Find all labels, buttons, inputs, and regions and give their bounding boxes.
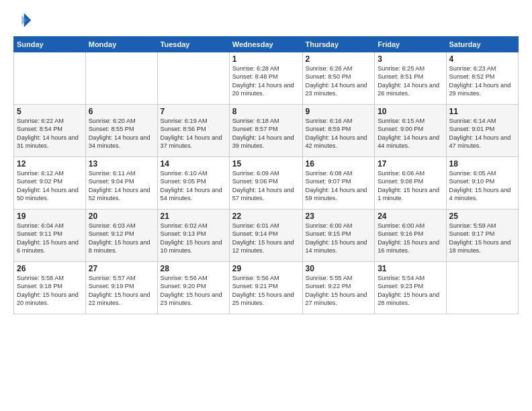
weekday-header-sunday: Sunday	[14, 37, 86, 52]
calendar-cell: 4Sunrise: 6:23 AM Sunset: 8:52 PM Daylig…	[446, 52, 519, 105]
day-number: 3	[378, 54, 443, 64]
calendar-cell: 14Sunrise: 6:10 AM Sunset: 9:05 PM Dayli…	[157, 157, 229, 210]
day-number: 22	[232, 212, 300, 221]
calendar-cell: 3Sunrise: 6:25 AM Sunset: 8:51 PM Daylig…	[375, 52, 446, 105]
day-number: 24	[378, 212, 443, 221]
day-number: 12	[17, 159, 83, 169]
day-info: Sunrise: 6:00 AM Sunset: 9:16 PM Dayligh…	[378, 222, 443, 255]
calendar-cell: 21Sunrise: 6:02 AM Sunset: 9:13 PM Dayli…	[157, 210, 229, 262]
day-info: Sunrise: 6:23 AM Sunset: 8:52 PM Dayligh…	[449, 64, 516, 98]
calendar-cell: 9Sunrise: 6:16 AM Sunset: 8:59 PM Daylig…	[302, 105, 375, 157]
day-info: Sunrise: 6:06 AM Sunset: 9:08 PM Dayligh…	[378, 169, 443, 203]
calendar-cell: 29Sunrise: 5:56 AM Sunset: 9:21 PM Dayli…	[229, 262, 302, 314]
day-info: Sunrise: 6:18 AM Sunset: 8:57 PM Dayligh…	[232, 117, 300, 150]
calendar: SundayMondayTuesdayWednesdayThursdayFrid…	[13, 36, 519, 314]
day-number: 6	[89, 107, 154, 116]
weekday-header-saturday: Saturday	[446, 37, 519, 52]
week-row-4: 26Sunrise: 5:58 AM Sunset: 9:18 PM Dayli…	[14, 262, 519, 314]
day-info: Sunrise: 6:14 AM Sunset: 9:01 PM Dayligh…	[449, 117, 516, 150]
day-info: Sunrise: 6:03 AM Sunset: 9:12 PM Dayligh…	[89, 222, 154, 255]
day-info: Sunrise: 6:28 AM Sunset: 8:48 PM Dayligh…	[232, 64, 300, 98]
day-number: 30	[306, 264, 372, 273]
day-info: Sunrise: 5:56 AM Sunset: 9:20 PM Dayligh…	[161, 274, 226, 308]
calendar-cell: 22Sunrise: 6:01 AM Sunset: 9:14 PM Dayli…	[229, 210, 302, 262]
day-number: 11	[449, 107, 516, 116]
day-number: 31	[378, 264, 443, 273]
day-info: Sunrise: 6:04 AM Sunset: 9:11 PM Dayligh…	[17, 222, 83, 255]
day-number: 16	[306, 159, 372, 169]
day-number: 28	[161, 264, 226, 273]
day-number: 26	[17, 264, 83, 273]
calendar-cell: 10Sunrise: 6:15 AM Sunset: 9:00 PM Dayli…	[375, 105, 446, 157]
weekday-header-friday: Friday	[375, 37, 446, 52]
day-info: Sunrise: 5:54 AM Sunset: 9:23 PM Dayligh…	[378, 274, 443, 308]
calendar-cell	[446, 262, 519, 314]
day-number: 13	[89, 159, 154, 169]
calendar-cell: 20Sunrise: 6:03 AM Sunset: 9:12 PM Dayli…	[85, 210, 157, 262]
day-info: Sunrise: 6:15 AM Sunset: 9:00 PM Dayligh…	[378, 117, 443, 150]
calendar-cell: 25Sunrise: 5:59 AM Sunset: 9:17 PM Dayli…	[446, 210, 519, 262]
day-number: 5	[17, 107, 83, 116]
calendar-cell: 1Sunrise: 6:28 AM Sunset: 8:48 PM Daylig…	[229, 52, 302, 105]
day-number: 21	[161, 212, 226, 221]
day-number: 27	[89, 264, 154, 273]
calendar-cell: 19Sunrise: 6:04 AM Sunset: 9:11 PM Dayli…	[14, 210, 86, 262]
calendar-cell: 7Sunrise: 6:19 AM Sunset: 8:56 PM Daylig…	[157, 105, 229, 157]
calendar-cell: 11Sunrise: 6:14 AM Sunset: 9:01 PM Dayli…	[446, 105, 519, 157]
weekday-header-monday: Monday	[85, 37, 157, 52]
weekday-header-wednesday: Wednesday	[229, 37, 302, 52]
day-number: 25	[449, 212, 516, 221]
day-info: Sunrise: 6:19 AM Sunset: 8:56 PM Dayligh…	[161, 117, 226, 150]
calendar-cell: 26Sunrise: 5:58 AM Sunset: 9:18 PM Dayli…	[14, 262, 86, 314]
day-number: 18	[449, 159, 516, 169]
calendar-cell: 31Sunrise: 5:54 AM Sunset: 9:23 PM Dayli…	[375, 262, 446, 314]
calendar-cell: 12Sunrise: 6:12 AM Sunset: 9:02 PM Dayli…	[14, 157, 86, 210]
weekday-header-row: SundayMondayTuesdayWednesdayThursdayFrid…	[14, 37, 519, 52]
calendar-cell: 28Sunrise: 5:56 AM Sunset: 9:20 PM Dayli…	[157, 262, 229, 314]
header	[13, 11, 519, 30]
day-number: 7	[161, 107, 226, 116]
day-number: 8	[232, 107, 300, 116]
calendar-cell: 27Sunrise: 5:57 AM Sunset: 9:19 PM Dayli…	[85, 262, 157, 314]
calendar-cell: 5Sunrise: 6:22 AM Sunset: 8:54 PM Daylig…	[14, 105, 86, 157]
calendar-cell: 30Sunrise: 5:55 AM Sunset: 9:22 PM Dayli…	[302, 262, 375, 314]
day-number: 10	[378, 107, 443, 116]
week-row-1: 5Sunrise: 6:22 AM Sunset: 8:54 PM Daylig…	[14, 105, 519, 157]
day-info: Sunrise: 6:20 AM Sunset: 8:55 PM Dayligh…	[89, 117, 154, 150]
logo	[13, 11, 35, 30]
logo-icon	[13, 11, 32, 30]
day-number: 29	[232, 264, 300, 273]
day-info: Sunrise: 6:26 AM Sunset: 8:50 PM Dayligh…	[306, 64, 372, 98]
day-info: Sunrise: 6:16 AM Sunset: 8:59 PM Dayligh…	[306, 117, 372, 150]
day-number: 9	[306, 107, 372, 116]
calendar-cell: 2Sunrise: 6:26 AM Sunset: 8:50 PM Daylig…	[302, 52, 375, 105]
day-number: 23	[306, 212, 372, 221]
day-info: Sunrise: 6:11 AM Sunset: 9:04 PM Dayligh…	[89, 169, 154, 203]
day-number: 1	[232, 54, 300, 64]
day-info: Sunrise: 5:56 AM Sunset: 9:21 PM Dayligh…	[232, 274, 300, 308]
calendar-cell: 15Sunrise: 6:09 AM Sunset: 9:06 PM Dayli…	[229, 157, 302, 210]
day-info: Sunrise: 6:25 AM Sunset: 8:51 PM Dayligh…	[378, 64, 443, 98]
day-info: Sunrise: 5:55 AM Sunset: 9:22 PM Dayligh…	[306, 274, 372, 308]
calendar-cell	[85, 52, 157, 105]
day-info: Sunrise: 6:02 AM Sunset: 9:13 PM Dayligh…	[161, 222, 226, 255]
week-row-3: 19Sunrise: 6:04 AM Sunset: 9:11 PM Dayli…	[14, 210, 519, 262]
day-info: Sunrise: 6:12 AM Sunset: 9:02 PM Dayligh…	[17, 169, 83, 203]
day-number: 20	[89, 212, 154, 221]
calendar-cell: 16Sunrise: 6:08 AM Sunset: 9:07 PM Dayli…	[302, 157, 375, 210]
weekday-header-thursday: Thursday	[302, 37, 375, 52]
weekday-header-tuesday: Tuesday	[157, 37, 229, 52]
day-number: 19	[17, 212, 83, 221]
calendar-cell	[157, 52, 229, 105]
day-info: Sunrise: 6:10 AM Sunset: 9:05 PM Dayligh…	[161, 169, 226, 203]
day-info: Sunrise: 5:59 AM Sunset: 9:17 PM Dayligh…	[449, 222, 516, 255]
day-number: 4	[449, 54, 516, 64]
day-info: Sunrise: 6:01 AM Sunset: 9:14 PM Dayligh…	[232, 222, 300, 255]
week-row-0: 1Sunrise: 6:28 AM Sunset: 8:48 PM Daylig…	[14, 52, 519, 105]
calendar-cell: 23Sunrise: 6:00 AM Sunset: 9:15 PM Dayli…	[302, 210, 375, 262]
day-number: 14	[161, 159, 226, 169]
day-number: 2	[306, 54, 372, 64]
day-info: Sunrise: 5:58 AM Sunset: 9:18 PM Dayligh…	[17, 274, 83, 308]
day-info: Sunrise: 6:05 AM Sunset: 9:10 PM Dayligh…	[449, 169, 516, 203]
day-number: 17	[378, 159, 443, 169]
